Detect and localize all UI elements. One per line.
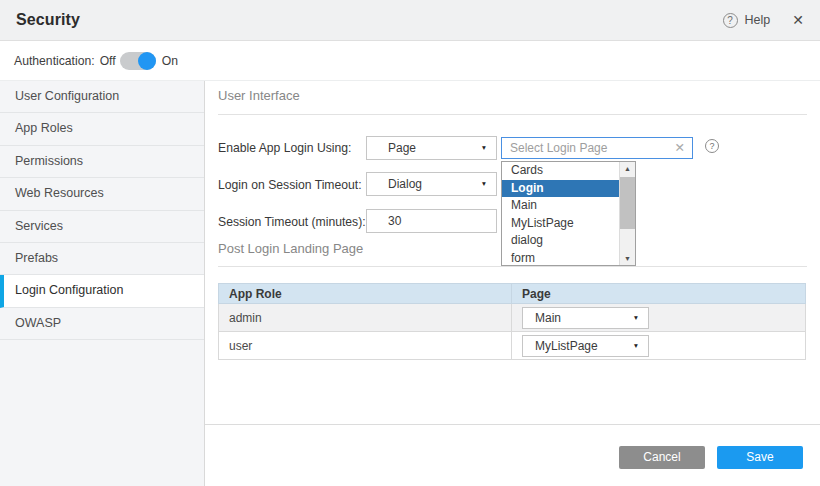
chevron-down-icon: ▼ [633, 338, 639, 354]
sidebar-item-app-roles[interactable]: App Roles [0, 113, 204, 145]
dropdown-option-dialog[interactable]: dialog [502, 232, 620, 250]
divider [218, 114, 807, 115]
dropdown-scrollbar[interactable]: ▲ ▼ [619, 162, 635, 265]
page-select-admin-value: Main [535, 311, 561, 325]
chevron-down-icon: ▼ [481, 139, 487, 157]
chevron-down-icon: ▼ [633, 310, 639, 326]
title-bar: Security ? Help ✕ [0, 0, 820, 41]
authentication-row: Authentication: Off On [0, 41, 820, 81]
dropdown-option-login[interactable]: Login [502, 180, 620, 198]
toggle-off-label: Off [100, 54, 116, 68]
section-title-post-login: Post Login Landing Page [218, 241, 363, 256]
session-timeout-login-label: Login on Session Timeout: [218, 178, 362, 192]
dropdown-option-cards[interactable]: Cards [502, 162, 620, 180]
authentication-label: Authentication: [14, 54, 95, 68]
toggle-knob [138, 52, 156, 70]
help-link[interactable]: Help [745, 13, 771, 27]
post-login-table: App Role Page admin Main ▼ [218, 283, 806, 360]
login-page-help-icon[interactable]: ? [705, 139, 719, 153]
sidebar-item-permissions[interactable]: Permissions [0, 146, 204, 178]
sidebar-item-login-configuration[interactable]: Login Configuration [0, 275, 204, 307]
scroll-up-icon[interactable]: ▲ [620, 162, 635, 175]
chevron-down-icon: ▼ [481, 175, 487, 193]
scrollbar-thumb[interactable] [620, 177, 635, 229]
session-timeout-login-value: Dialog [388, 177, 422, 191]
app-role-cell: admin [219, 304, 512, 332]
page-select-user-value: MyListPage [535, 339, 598, 353]
main-panel: User Interface Enable App Login Using: P… [205, 81, 820, 486]
page-select-admin[interactable]: Main ▼ [522, 307, 649, 329]
login-page-placeholder: Select Login Page [510, 141, 607, 155]
help-icon[interactable]: ? [723, 13, 738, 28]
sidebar-item-services[interactable]: Services [0, 211, 204, 243]
security-dialog: Security ? Help ✕ Authentication: Off On… [0, 0, 820, 486]
clear-icon[interactable]: ✕ [675, 138, 685, 158]
save-button[interactable]: Save [717, 446, 803, 469]
page-title: Security [16, 11, 80, 29]
enable-app-login-label: Enable App Login Using: [218, 141, 352, 155]
footer-divider [205, 424, 820, 425]
authentication-toggle[interactable] [120, 52, 156, 70]
app-role-cell: user [219, 332, 512, 360]
scroll-down-icon[interactable]: ▼ [620, 252, 635, 265]
page-select-user[interactable]: MyListPage ▼ [522, 335, 649, 357]
session-timeout-minutes-label: Session Timeout (minutes): [218, 215, 366, 229]
dropdown-option-mylistpage[interactable]: MyListPage [502, 215, 620, 233]
session-timeout-minutes-input[interactable]: 30 [366, 209, 497, 233]
login-page-dropdown: Cards Login Main MyListPage dialog form … [501, 161, 636, 266]
session-timeout-login-select[interactable]: Dialog ▼ [366, 172, 497, 196]
column-header-app-role: App Role [219, 284, 512, 304]
sidebar-item-prefabs[interactable]: Prefabs [0, 243, 204, 275]
enable-app-login-value: Page [388, 141, 416, 155]
table-row: user MyListPage ▼ [219, 332, 806, 360]
close-icon[interactable]: ✕ [792, 12, 804, 28]
table-row: admin Main ▼ [219, 304, 806, 332]
title-bar-actions: ? Help ✕ [723, 12, 804, 28]
column-header-page: Page [512, 284, 806, 304]
dropdown-option-main[interactable]: Main [502, 197, 620, 215]
sidebar-item-web-resources[interactable]: Web Resources [0, 178, 204, 210]
sidebar-item-owasp[interactable]: OWASP [0, 308, 204, 340]
sidebar: User Configuration App Roles Permissions… [0, 81, 205, 486]
sidebar-item-user-configuration[interactable]: User Configuration [0, 81, 204, 113]
dropdown-option-form[interactable]: form [502, 250, 620, 268]
login-page-input[interactable]: Select Login Page ✕ [501, 137, 693, 159]
session-timeout-minutes-value: 30 [388, 214, 401, 228]
section-title-user-interface: User Interface [218, 88, 300, 103]
dialog-body: User Configuration App Roles Permissions… [0, 81, 820, 486]
toggle-on-label: On [162, 54, 178, 68]
enable-app-login-select[interactable]: Page ▼ [366, 136, 497, 160]
cancel-button[interactable]: Cancel [619, 446, 705, 469]
